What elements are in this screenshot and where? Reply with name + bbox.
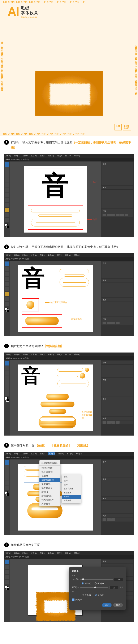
menu-item[interactable]: 选择(S) bbox=[40, 452, 45, 455]
menu-item[interactable]: 编辑(E) bbox=[14, 254, 20, 256]
eraser-tool-icon[interactable] bbox=[4, 198, 9, 202]
ok-button[interactable]: 确定 bbox=[102, 603, 112, 607]
rotate-tool-icon[interactable] bbox=[4, 202, 9, 207]
highlighted-tool-icon[interactable] bbox=[4, 208, 9, 212]
menu-item[interactable]: 视图(V) bbox=[57, 254, 62, 256]
type-tool-icon[interactable] bbox=[4, 470, 9, 475]
ai-toolbar[interactable] bbox=[4, 559, 10, 622]
ai-toolbar[interactable] bbox=[4, 162, 10, 237]
menu-item[interactable]: 帮助(H) bbox=[74, 353, 80, 356]
ctx-item[interactable]: 变换... bbox=[62, 475, 81, 479]
ai-doc-tab[interactable]: 未标题-4* @ 50% (CMYK/预览) bbox=[4, 158, 134, 162]
brush-tool-icon[interactable] bbox=[4, 287, 9, 291]
menu-item[interactable]: 编辑(E) bbox=[14, 353, 20, 356]
ctx-item[interactable]: 转换为形状(V) bbox=[40, 498, 60, 502]
menu-item[interactable]: 窗口(W) bbox=[65, 254, 71, 256]
menu-item[interactable]: 文字(T) bbox=[31, 254, 36, 256]
menu-item[interactable]: 帮助(H) bbox=[74, 154, 80, 157]
ai-canvas[interactable]: 音 做好渐变进行混合 bbox=[10, 261, 101, 336]
menu-item[interactable]: 窗口(W) bbox=[65, 552, 71, 554]
ai-toolbar[interactable] bbox=[4, 261, 10, 336]
menu-item[interactable]: 文件(F) bbox=[6, 154, 11, 157]
menu-item[interactable]: 文件(F) bbox=[6, 353, 11, 356]
radio-smooth[interactable]: 平滑(M) bbox=[82, 594, 92, 596]
ai-doc-tab[interactable]: 未标题-4* @ 50% (CMYK/预览) bbox=[4, 456, 134, 460]
ai-canvas[interactable]: 粗糙化 选项 大小(S): 2% 相对(R) 绝对(A) 细节(D): 50 英… bbox=[10, 559, 101, 622]
rect-tool-icon[interactable] bbox=[4, 476, 9, 480]
selection-tool-icon[interactable] bbox=[4, 361, 9, 366]
ctx-item[interactable]: 扭拧... bbox=[62, 479, 81, 483]
gradient-tool-icon[interactable] bbox=[4, 297, 9, 301]
brush-tool-icon[interactable] bbox=[4, 381, 9, 386]
ctx-item[interactable]: 路径查找器(F) bbox=[40, 494, 60, 498]
pen-tool-icon[interactable] bbox=[4, 366, 9, 370]
menu-item[interactable]: 文件(F) bbox=[6, 254, 11, 256]
ctx-item[interactable]: 变形(T) bbox=[40, 474, 60, 478]
gradient-tool-icon[interactable] bbox=[4, 486, 9, 490]
menu-item[interactable]: 帮助(H) bbox=[74, 552, 80, 554]
menu-item[interactable]: 文字(T) bbox=[31, 353, 36, 356]
menu-item[interactable]: 编辑(E) bbox=[14, 154, 20, 157]
menu-item[interactable]: 视图(V) bbox=[58, 452, 64, 455]
menu-item[interactable]: 编辑(E) bbox=[14, 552, 20, 554]
pen-tool-icon[interactable] bbox=[4, 172, 9, 177]
ctx-item-distort[interactable]: 扭曲和置换(D) bbox=[40, 478, 60, 482]
direct-select-tool-icon[interactable] bbox=[4, 266, 9, 271]
menu-item[interactable]: 文字(T) bbox=[31, 552, 36, 554]
type-tool-icon[interactable] bbox=[4, 570, 9, 574]
menu-item[interactable]: 选择(S) bbox=[40, 552, 45, 554]
ctx-item[interactable]: 裁剪标记(M) bbox=[40, 486, 60, 490]
menu-item[interactable]: 对象(O) bbox=[22, 452, 28, 455]
ai-panels[interactable]: 颜色 属性 图层 外观 bbox=[101, 360, 134, 436]
ctx-item[interactable]: 自由扭曲... bbox=[62, 499, 81, 503]
fill-stroke-swatch-icon[interactable] bbox=[4, 491, 9, 496]
ai-toolbar[interactable] bbox=[4, 360, 10, 436]
ctx-item[interactable]: 扭转... bbox=[62, 483, 81, 487]
rect-tool-icon[interactable] bbox=[4, 182, 9, 187]
pen-tool-icon[interactable] bbox=[4, 465, 9, 470]
ctx-item[interactable]: 3D 和材料(3) bbox=[40, 466, 60, 470]
type-tool-icon[interactable] bbox=[4, 178, 9, 182]
fill-stroke-swatch-icon[interactable] bbox=[4, 308, 9, 312]
menu-item[interactable]: 文字(T) bbox=[31, 452, 36, 455]
fill-stroke-swatch-icon[interactable] bbox=[4, 224, 9, 228]
selection-tool-icon[interactable] bbox=[4, 560, 9, 564]
ai-doc-tab[interactable]: 未标题-4* @ 50% (CMYK/预览) bbox=[4, 257, 134, 261]
fill-stroke-swatch-icon[interactable] bbox=[4, 397, 9, 402]
selection-tool-icon[interactable] bbox=[4, 262, 9, 266]
gradient-tool-icon[interactable] bbox=[4, 580, 9, 584]
menu-item[interactable]: 视图(V) bbox=[57, 552, 62, 554]
ai-menubar[interactable]: 文件(F) 编辑(E) 对象(O) 文字(T) 选择(S) 效果(C) 视图(V… bbox=[4, 551, 134, 555]
menu-item[interactable]: 选择(S) bbox=[40, 154, 45, 157]
effects-menu[interactable]: 文档栅格效果设置... 3D 和材料(3) SVG 滤镜(G) 变形(T) 扭曲… bbox=[40, 460, 60, 506]
selection-tool-icon[interactable] bbox=[4, 460, 9, 465]
ai-canvas[interactable]: 音 bbox=[10, 360, 101, 436]
distort-submenu[interactable]: 变换... 扭拧... 扭转... 收缩和膨胀... 波纹效果... 粗糙化..… bbox=[62, 474, 81, 503]
ai-menubar[interactable]: 文件(F) 编辑(E) 对象(O) 文字(T) 选择(S) 效果(C) 视图(V… bbox=[4, 352, 134, 356]
menu-item[interactable]: 窗口(W) bbox=[65, 353, 71, 356]
eyedropper-tool-icon[interactable] bbox=[4, 302, 9, 306]
ai-toolbar[interactable] bbox=[4, 460, 10, 535]
ctx-item-roughen[interactable]: 粗糙化... bbox=[62, 495, 81, 499]
menu-item[interactable]: 选择(S) bbox=[40, 353, 45, 356]
preview-check[interactable]: 预览(P) bbox=[72, 598, 82, 601]
ctx-item[interactable]: SVG 滤镜(G) bbox=[40, 470, 60, 474]
roughen-dialog[interactable]: 粗糙化 选项 大小(S): 2% 相对(R) 绝对(A) 细节(D): 50 英… bbox=[69, 567, 126, 610]
ctx-item[interactable]: 收缩和膨胀... bbox=[62, 487, 81, 491]
ai-doc-tab[interactable]: 未标题-4* @ 50% (CMYK/预览) bbox=[4, 356, 134, 360]
radio-corner[interactable]: 尖锐(O) bbox=[95, 594, 104, 596]
ctx-item[interactable]: 栅格化(Z)... bbox=[40, 482, 60, 486]
menu-item[interactable]: 效果(C) bbox=[48, 552, 54, 554]
menu-item[interactable]: 对象(O) bbox=[22, 353, 28, 356]
ai-canvas[interactable]: 文档栅格效果设置... 3D 和材料(3) SVG 滤镜(G) 变形(T) 扭曲… bbox=[10, 460, 101, 535]
menu-item[interactable]: 文字(T) bbox=[31, 154, 36, 157]
ai-menubar[interactable]: 文件(F) 编辑(E) 对象(O) 文字(T) 选择(S) 效果(C) 视图(V… bbox=[4, 253, 134, 257]
radio-absolute[interactable]: 绝对(A) bbox=[94, 582, 104, 585]
blend-tool-icon[interactable] bbox=[4, 292, 9, 296]
selection-tool-icon[interactable] bbox=[4, 162, 9, 167]
menu-item[interactable]: 窗口(W) bbox=[65, 154, 71, 157]
menu-item[interactable]: 帮助(H) bbox=[76, 452, 82, 455]
rotate-tool-icon[interactable] bbox=[4, 386, 9, 391]
detail-slider[interactable] bbox=[80, 587, 108, 588]
ai-menubar[interactable]: 文件(F) 编辑(E) 对象(O) 文字(T) 选择(S) 效果(C) 视图(V… bbox=[4, 154, 134, 158]
